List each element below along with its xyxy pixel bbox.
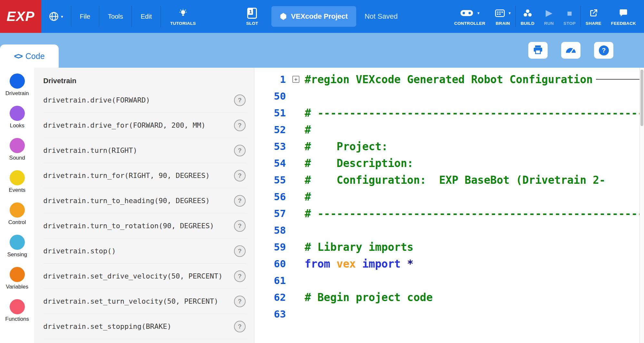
command-row[interactable]: drivetrain.turn_to_heading(90, DEGREES) … <box>43 188 247 213</box>
code-line[interactable]: 50 <box>254 88 644 104</box>
controller-button[interactable]: ▾ CONTROLLER <box>449 0 490 33</box>
sidebar-item-drivetrain[interactable]: Drivetrain <box>5 74 29 97</box>
command-label[interactable]: drivetrain.drive(FORWARD) <box>43 96 150 104</box>
code-line[interactable]: 58 <box>254 222 644 239</box>
question-icon: ? <box>238 323 242 330</box>
question-icon: ? <box>238 222 242 230</box>
command-row[interactable]: drivetrain.turn_to_rotation(90, DEGREES)… <box>43 213 247 239</box>
command-label[interactable]: drivetrain.drive_for(FORWARD, 200, MM) <box>43 121 205 129</box>
code-line[interactable]: 62 # Begin project code <box>254 289 644 306</box>
line-number: 51 <box>254 107 290 119</box>
code-line[interactable]: 53 # Project: <box>254 138 644 155</box>
keyword-token: from <box>305 258 337 270</box>
question-icon: ? <box>238 147 242 154</box>
drivetrain-category-icon <box>10 74 25 89</box>
command-row[interactable]: drivetrain.turn_for(RIGHT, 90, DEGREES) … <box>43 163 247 188</box>
sidebar-item-looks[interactable]: Looks <box>10 106 25 129</box>
command-help-button[interactable]: ? <box>234 145 246 156</box>
main-content: Drivetrain Looks Sound Events Control Se… <box>0 68 644 343</box>
project-name-button[interactable]: VEXcode Project <box>271 6 356 27</box>
command-row[interactable]: drivetrain.set_stopping(BRAKE) ? <box>43 314 247 339</box>
command-help-button[interactable]: ? <box>234 94 246 106</box>
code-line[interactable]: 57 # -----------------------------------… <box>254 205 644 222</box>
sidebar-item-sensing[interactable]: Sensing <box>7 235 27 258</box>
sidebar-item-control[interactable]: Control <box>8 202 26 226</box>
stop-icon: ■ <box>567 9 572 17</box>
command-help-button[interactable]: ? <box>234 296 246 307</box>
command-help-button[interactable]: ? <box>234 195 246 207</box>
toolbar-divider <box>161 6 161 27</box>
fold-toggle-icon[interactable]: + <box>292 76 299 83</box>
command-row[interactable]: drivetrain.stop() ? <box>43 239 247 264</box>
code-line[interactable]: 51 # -----------------------------------… <box>254 104 644 121</box>
command-label[interactable]: drivetrain.turn_to_rotation(90, DEGREES) <box>43 222 214 230</box>
line-number: 63 <box>254 308 290 320</box>
tab-code[interactable]: <> Code <box>0 44 59 68</box>
code-line[interactable]: 56 # <box>254 188 644 205</box>
print-console-button[interactable] <box>528 42 548 59</box>
code-text: # --------------------------------------… <box>305 107 644 119</box>
lightbulb-icon <box>179 7 187 19</box>
command-label[interactable]: drivetrain.set_drive_velocity(50, PERCEN… <box>43 272 222 280</box>
share-button[interactable]: SHARE <box>581 0 606 33</box>
command-label[interactable]: drivetrain.set_turn_velocity(50, PERCENT… <box>43 297 218 305</box>
code-line[interactable]: 59 # Library imports <box>254 239 644 255</box>
command-label[interactable]: drivetrain.turn(RIGHT) <box>43 146 137 154</box>
command-label[interactable]: drivetrain.turn_to_heading(90, DEGREES) <box>43 197 210 205</box>
command-row[interactable]: drivetrain.drive_for(FORWARD, 200, MM) ? <box>43 113 247 138</box>
events-category-icon <box>10 170 25 185</box>
command-row[interactable]: drivetrain.set_drive_velocity(50, PERCEN… <box>43 264 247 289</box>
scrollbar-thumb[interactable] <box>640 70 643 126</box>
command-row[interactable]: drivetrain.drive(FORWARD) ? <box>43 88 247 113</box>
sidebar-item-events[interactable]: Events <box>9 170 25 193</box>
command-help-button[interactable]: ? <box>234 245 246 257</box>
code-line[interactable]: 63 <box>254 306 644 322</box>
line-number: 52 <box>254 124 290 135</box>
command-label[interactable]: drivetrain.turn_for(RIGHT, 90, DEGREES) <box>43 172 210 180</box>
exp-logo: EXP <box>0 0 41 33</box>
command-help-button[interactable]: ? <box>234 170 246 181</box>
line-number: 58 <box>254 224 290 236</box>
command-help-button[interactable]: ? <box>234 220 246 232</box>
sidebar-item-variables[interactable]: Variables <box>6 267 28 290</box>
code-text: # Description: <box>305 157 414 170</box>
code-line[interactable]: 1 + #region VEXcode Generated Robot Conf… <box>254 71 644 88</box>
command-row[interactable]: drivetrain.set_turn_velocity(50, PERCENT… <box>43 289 247 314</box>
command-help-button[interactable]: ? <box>234 120 246 131</box>
feedback-button[interactable]: FEEDBACK <box>606 0 641 33</box>
code-text: #region VEXcode Generated Robot Configur… <box>305 73 593 86</box>
project-name: VEXcode Project <box>291 12 348 21</box>
sidebar-item-sound[interactable]: Sound <box>9 138 25 161</box>
command-help-button[interactable]: ? <box>234 321 246 332</box>
command-label[interactable]: drivetrain.set_stopping(BRAKE) <box>43 322 171 330</box>
command-help-button[interactable]: ? <box>234 270 246 282</box>
brain-button[interactable]: ▾ BRAIN <box>490 0 516 33</box>
sidebar-item-functions[interactable]: Functions <box>5 299 29 322</box>
slot-button[interactable]: 1 SLOT <box>241 0 263 33</box>
run-button[interactable]: ▶ RUN <box>539 0 559 33</box>
stop-button[interactable]: ■ STOP <box>559 0 581 33</box>
editor-scrollbar[interactable] <box>639 68 644 343</box>
code-text: # Library imports <box>305 241 414 253</box>
command-row[interactable]: drivetrain.turn(RIGHT) ? <box>43 138 247 163</box>
file-menu[interactable]: File <box>71 0 99 33</box>
tools-menu[interactable]: Tools <box>99 0 132 33</box>
code-editor[interactable]: 1 + #region VEXcode Generated Robot Conf… <box>254 68 644 343</box>
command-label[interactable]: drivetrain.stop() <box>43 247 116 255</box>
code-line[interactable]: 60 from vex import * <box>254 255 644 272</box>
code-line[interactable]: 61 <box>254 272 644 289</box>
code-line[interactable]: 54 # Description: <box>254 155 644 172</box>
slot-icon: 1 <box>247 8 257 19</box>
build-button[interactable]: BUILD <box>516 0 539 33</box>
language-select-button[interactable]: ▾ <box>41 0 71 33</box>
edit-menu[interactable]: Edit <box>132 0 160 33</box>
top-toolbar: EXP ▾ File Tools Edit TUTORIALS 1 <box>0 0 644 33</box>
monitor-dashboard-button[interactable] <box>561 42 581 59</box>
code-line[interactable]: 55 # Configuration: EXP BaseBot (Drivetr… <box>254 172 644 188</box>
help-button[interactable]: ? <box>594 42 613 59</box>
code-line[interactable]: 52 # <box>254 121 644 138</box>
chevron-down-icon: ▾ <box>509 11 511 15</box>
line-number: 57 <box>254 208 290 219</box>
tutorials-button[interactable]: TUTORIALS <box>165 0 201 33</box>
question-icon: ? <box>238 122 242 129</box>
